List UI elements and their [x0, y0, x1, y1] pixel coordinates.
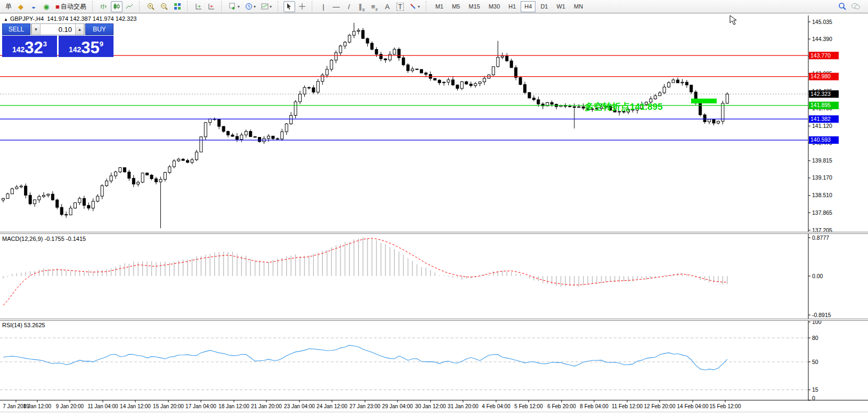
svg-text:17 Jan 04:00: 17 Jan 04:00 [185, 403, 216, 409]
timeframe-button-M30[interactable]: M30 [485, 1, 504, 12]
timeframe-button-D1[interactable]: D1 [537, 1, 551, 12]
svg-text:5 Feb 12:00: 5 Feb 12:00 [514, 403, 543, 409]
period-button[interactable]: ▾ [243, 1, 258, 12]
price-axis[interactable]: 145.035144.390143.745143.085142.425141.7… [808, 15, 839, 400]
text-tool-button[interactable]: A [382, 1, 393, 12]
trendline-icon: / [348, 3, 350, 10]
search-icon[interactable] [838, 2, 847, 11]
mouse-cursor [730, 15, 736, 25]
autotrade-button[interactable]: ■ 自动交易 [53, 1, 88, 12]
chat-icon[interactable] [851, 2, 861, 11]
svg-text:14 Feb 04:00: 14 Feb 04:00 [677, 403, 709, 409]
svg-text:141.120: 141.120 [812, 123, 832, 129]
pivot-highlight-rect[interactable] [691, 99, 717, 103]
volume-input[interactable]: 0.10 [40, 24, 75, 35]
zoom-in-button[interactable] [145, 1, 157, 12]
timeframe-button-MN[interactable]: MN [570, 1, 587, 12]
text-label-tool-button[interactable]: T [394, 1, 406, 12]
line-chart-button[interactable] [124, 1, 135, 12]
crosshair-tool-button[interactable] [296, 1, 308, 12]
one-click-trading-panel: SELL ▼ 0.10 ▲ BUY 142 32 3 142 35 9 [2, 23, 113, 57]
svg-text:0.00: 0.00 [812, 273, 823, 279]
market-watch-button[interactable]: ◆ [15, 1, 27, 12]
volume-up-button[interactable]: ▲ [75, 24, 84, 35]
svg-text:142.980: 142.980 [810, 73, 831, 79]
timeframe-button-M15[interactable]: M15 [465, 1, 483, 12]
timeframe-button-M1[interactable]: M1 [432, 1, 447, 12]
candlestick-chart-button[interactable] [111, 1, 123, 12]
svg-text:139.815: 139.815 [812, 157, 832, 164]
horizontal-line-tool-button[interactable]: — [330, 1, 342, 12]
signals-button[interactable]: ◉ [40, 1, 52, 12]
community-button[interactable]: ◒ [28, 1, 39, 12]
chart-title: ▲GBPJPY-,H4 141.974 142.387 141.974 142.… [4, 15, 136, 22]
crosshair-icon [298, 3, 306, 10]
buy-quote-panel[interactable]: 142 35 9 [59, 36, 113, 57]
rsi-pane[interactable]: 1008050150 [0, 319, 822, 401]
trendline-tool-button[interactable]: / [343, 1, 355, 12]
svg-text:15 Jan 20:00: 15 Jan 20:00 [153, 403, 184, 409]
svg-text:18 Jan 12:00: 18 Jan 12:00 [218, 403, 249, 409]
svg-text:6 Feb 20:00: 6 Feb 20:00 [547, 403, 576, 409]
svg-text:24 Jan 12:00: 24 Jan 12:00 [317, 403, 347, 409]
auto-scroll-button[interactable] [193, 1, 205, 12]
rsi-line [3, 345, 727, 370]
cursor-icon [286, 3, 293, 10]
channel-icon: ∥ [359, 3, 362, 10]
zoom-out-button[interactable] [158, 1, 171, 12]
fibonacci-sub-label: F [376, 8, 378, 12]
svg-text:142.323: 142.323 [810, 91, 831, 97]
timeframe-button-M5[interactable]: M5 [448, 1, 464, 12]
svg-text:11 Jan 04:00: 11 Jan 04:00 [87, 403, 118, 409]
volume-down-button[interactable]: ▼ [31, 24, 40, 35]
fibonacci-tool-button[interactable]: ≡ F [369, 1, 380, 12]
toolbar-separator [139, 1, 142, 12]
svg-text:0.8777: 0.8777 [812, 234, 829, 241]
svg-text:27 Jan 23:00: 27 Jan 23:00 [350, 403, 380, 409]
buy-price-sup: 9 [100, 40, 103, 48]
new-chart-button[interactable]: ▾ [227, 1, 242, 12]
chart-canvas[interactable]: 145.035144.390143.745143.085142.425141.7… [0, 14, 868, 411]
bar-chart-button[interactable] [98, 1, 110, 12]
level-lines[interactable] [0, 55, 808, 140]
tile-windows-button[interactable] [172, 1, 183, 12]
svg-text:15: 15 [812, 386, 818, 393]
indicators-icon [261, 3, 269, 10]
svg-text:11 Feb 12:00: 11 Feb 12:00 [612, 403, 643, 409]
chevron-down-icon: ▾ [238, 4, 240, 9]
buy-button[interactable]: BUY [85, 23, 113, 35]
rsi-label: RSI(14) 53.2625 [2, 322, 45, 328]
new-order-button[interactable]: 单 [2, 1, 14, 12]
macd-pane-divider[interactable] [0, 232, 868, 234]
cursor-tool-button[interactable] [283, 1, 295, 12]
time-axis[interactable]: 7 Jan 20198 Jan 12:009 Jan 20:0011 Jan 0… [0, 400, 868, 409]
timeframe-button-H1[interactable]: H1 [505, 1, 520, 12]
sell-quote-panel[interactable]: 142 32 3 [2, 36, 57, 57]
main-toolbar: 单 ◆ ◒ ◉ ■ 自动交易 ▾ ▾ [0, 0, 868, 13]
chevron-down-icon: ▾ [270, 4, 272, 9]
macd-pane[interactable]: 0.87770.00-0.8915 [3, 234, 831, 318]
svg-text:23 Jan 04:00: 23 Jan 04:00 [284, 403, 315, 409]
signals-icon: ◉ [43, 3, 49, 10]
svg-text:-0.8915: -0.8915 [812, 312, 831, 318]
svg-text:8 Feb 04:00: 8 Feb 04:00 [580, 403, 609, 409]
buy-price-prefix: 142 [69, 45, 81, 54]
line-chart-icon [126, 3, 133, 10]
pivot-annotation-text[interactable]: 多空转折点141.895 [585, 101, 662, 113]
text-tool-icon: A [385, 3, 390, 10]
chart-shift-button[interactable] [206, 1, 217, 12]
arrows-tool-button[interactable]: ▾ [407, 1, 422, 12]
channel-tool-button[interactable]: ∥ E [356, 1, 368, 12]
rsi-pane-divider[interactable] [0, 319, 868, 321]
timeframe-button-H4[interactable]: H4 [521, 1, 536, 12]
indicators-button[interactable]: ▾ [259, 1, 274, 12]
svg-text:12 Feb 20:00: 12 Feb 20:00 [644, 403, 676, 409]
bottom-strip [0, 411, 868, 413]
svg-text:31 Jan 20:00: 31 Jan 20:00 [448, 403, 478, 409]
sell-button[interactable]: SELL [2, 23, 30, 35]
toolbar-separator [221, 1, 224, 12]
vertical-line-tool-button[interactable]: | [318, 1, 329, 12]
horizontal-line-icon: — [332, 3, 339, 10]
timeframe-button-W1[interactable]: W1 [553, 1, 569, 12]
sell-price-prefix: 142 [12, 45, 25, 54]
